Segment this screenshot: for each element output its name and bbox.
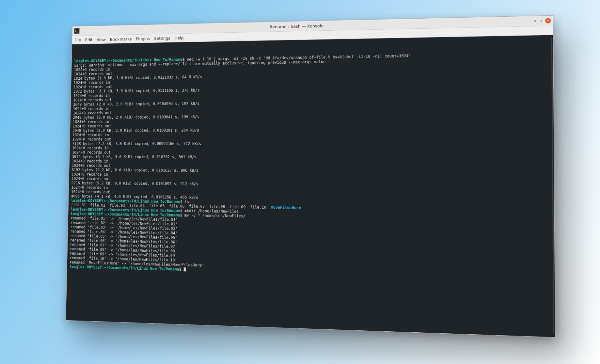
menu-plugins[interactable]: Plugins — [136, 36, 150, 41]
menu-settings[interactable]: Settings — [154, 36, 170, 40]
scrollbar[interactable] — [551, 38, 554, 333]
output-line: 7168 bytes (7.2 kB, 7.0 KiB) copied, 0.0… — [72, 141, 551, 146]
close-button[interactable]: ✕ — [545, 18, 551, 24]
window-controls: ∨ ∧ ✕ — [533, 18, 551, 24]
menu-file[interactable]: File — [74, 38, 81, 42]
menu-view[interactable]: View — [97, 37, 106, 42]
cursor — [183, 267, 186, 271]
output-line: 1024+0 records out — [72, 136, 551, 141]
menu-edit[interactable]: Edit — [85, 37, 93, 42]
menu-bookmarks[interactable]: Bookmarks — [110, 37, 132, 42]
minimize-button[interactable]: ∨ — [533, 19, 538, 24]
terminal-area[interactable]: les@les-ODYSSEY:~/Documents/TH/Linux How… — [66, 35, 555, 337]
konsole-window: Rename : bash — Konsole ∨ ∧ ✕ File Edit … — [66, 15, 555, 338]
konsole-icon — [74, 28, 80, 34]
menu-help[interactable]: Help — [175, 35, 184, 40]
maximize-button[interactable]: ∧ — [539, 19, 544, 24]
